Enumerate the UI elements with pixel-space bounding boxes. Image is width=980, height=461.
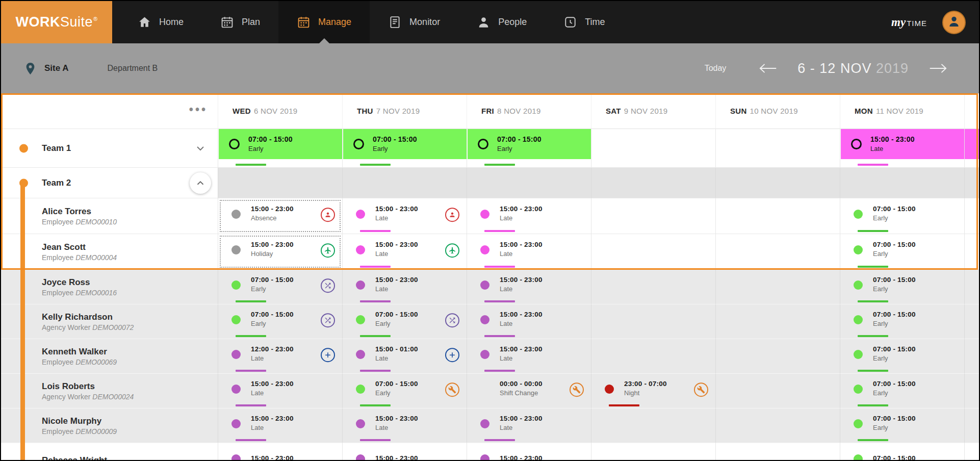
today-button[interactable]: Today <box>705 64 727 73</box>
shift-cell[interactable]: 07:00 - 15:00Early <box>218 270 342 304</box>
shift-cell[interactable]: 23:00 - 07:00Night <box>591 374 715 408</box>
employee-panel[interactable]: Joyce RossEmployee DEMO00016 <box>1 270 218 304</box>
shift-cell[interactable]: 15:00 - 01:00Late <box>342 339 467 374</box>
shift-cell[interactable]: 15:00 - 23:00Late <box>467 198 591 234</box>
shift-cell[interactable]: 12:00 - 23:00Late <box>218 339 342 374</box>
nav-item-plan[interactable]: Plan <box>202 1 278 43</box>
ellipsis-menu-icon[interactable]: ••• <box>189 103 208 117</box>
team-panel[interactable]: Team 1 <box>1 129 218 168</box>
nav-item-people[interactable]: People <box>458 1 545 43</box>
shift-cell[interactable]: 15:00 - 23:00Late <box>467 408 591 443</box>
shift-cell[interactable] <box>840 168 964 198</box>
nav-item-time[interactable]: Time <box>545 1 623 43</box>
shift-block[interactable]: 15:00 - 23:00Late <box>841 129 964 159</box>
shift-cell[interactable]: 15:00 - 23:00Late <box>467 339 591 374</box>
shift-cell[interactable] <box>591 270 715 304</box>
shift-cell[interactable]: 15:00 - 23:00Late <box>342 198 467 234</box>
shift-cell[interactable]: 15:00 - 23:00 <box>218 443 342 460</box>
shift-cell[interactable]: 07:00 - 15:00 <box>840 443 964 460</box>
chevron-up-button[interactable] <box>190 172 211 194</box>
employee-panel[interactable]: Lois RobertsAgency Worker DEMO00024 <box>1 374 218 408</box>
site-selector[interactable]: Site A <box>44 63 69 73</box>
shift-cell[interactable] <box>715 374 840 408</box>
shift-cell[interactable]: 07:00 - 15:00Early <box>467 129 591 168</box>
shift-cell[interactable]: 15:00 - 23:00Late <box>218 408 342 443</box>
shift-cell-cut[interactable] <box>964 408 979 443</box>
shift-cell-cut[interactable] <box>964 168 979 198</box>
shift-cell-cut[interactable] <box>964 339 979 374</box>
shift-cell[interactable]: 07:00 - 15:00Early <box>218 129 342 168</box>
shift-cell-cut[interactable] <box>964 374 979 408</box>
shift-cell[interactable]: 07:00 - 15:00Early <box>840 374 964 408</box>
shift-cell[interactable]: 15:00 - 23:00Late <box>218 374 342 408</box>
shift-cell[interactable]: 15:00 - 23:00Late <box>467 270 591 304</box>
shift-cell[interactable]: 15:00 - 23:00Late <box>342 234 467 270</box>
shift-cell[interactable]: 15:00 - 23:00Late <box>467 234 591 270</box>
shift-cell[interactable]: 15:00 - 23:00Absence <box>218 198 342 234</box>
prev-week-arrow[interactable] <box>758 62 778 75</box>
shift-block[interactable]: 07:00 - 15:00Early <box>219 129 342 159</box>
shift-cell[interactable] <box>218 168 342 198</box>
shift-cell[interactable] <box>715 408 840 443</box>
shift-cell[interactable] <box>467 168 591 198</box>
employee-panel[interactable]: Alice TorresEmployee DEMO00010 <box>1 198 218 234</box>
shift-cell[interactable] <box>715 270 840 304</box>
shift-cell[interactable]: 15:00 - 23:00 <box>467 443 591 460</box>
shift-block[interactable]: 07:00 - 15:00Early <box>468 129 591 159</box>
next-week-arrow[interactable] <box>928 62 948 75</box>
employee-panel[interactable]: Kelly RichardsonAgency Worker DEMO00072 <box>1 304 218 339</box>
shift-cell[interactable] <box>715 234 840 270</box>
shift-cell[interactable]: 07:00 - 15:00Early <box>342 374 467 408</box>
shift-cell[interactable]: 07:00 - 15:00Early <box>342 304 467 339</box>
employee-panel[interactable]: Jean ScottEmployee DEMO00004 <box>1 234 218 270</box>
employee-panel[interactable]: Kenneth WalkerEmployee DEMO00069 <box>1 339 218 374</box>
shift-cell-cut[interactable] <box>964 304 979 339</box>
shift-cell[interactable] <box>591 198 715 234</box>
shift-cell[interactable]: 15:00 - 23:00 <box>342 443 467 460</box>
shift-cell[interactable] <box>591 304 715 339</box>
shift-cell[interactable]: 07:00 - 15:00Early <box>840 198 964 234</box>
shift-cell[interactable] <box>715 339 840 374</box>
shift-cell[interactable]: 00:00 - 00:00Shift Change <box>467 374 591 408</box>
shift-cell-cut[interactable] <box>964 234 979 270</box>
shift-cell[interactable]: 15:00 - 23:00Holiday <box>218 234 342 270</box>
nav-item-home[interactable]: Home <box>119 1 202 43</box>
employee-panel[interactable]: Rebecca Wright <box>1 443 218 460</box>
shift-cell[interactable] <box>715 304 840 339</box>
mytime-link[interactable]: myTIME <box>891 16 927 29</box>
shift-cell[interactable]: 07:00 - 15:00Early <box>840 408 964 443</box>
shift-cell[interactable] <box>715 198 840 234</box>
shift-cell[interactable]: 07:00 - 15:00Early <box>840 270 964 304</box>
shift-cell[interactable]: 07:00 - 15:00Early <box>840 304 964 339</box>
department-selector[interactable]: Department B <box>108 64 158 73</box>
shift-cell[interactable] <box>715 168 840 198</box>
shift-cell[interactable] <box>342 168 467 198</box>
shift-cell[interactable]: 15:00 - 23:00Late <box>840 129 964 168</box>
shift-cell[interactable] <box>591 339 715 374</box>
nav-item-manage[interactable]: Manage <box>278 1 370 43</box>
shift-cell[interactable]: 15:00 - 23:00Late <box>342 408 467 443</box>
shift-cell[interactable] <box>715 129 840 168</box>
nav-item-monitor[interactable]: Monitor <box>370 1 458 43</box>
shift-cell[interactable]: 07:00 - 15:00Early <box>218 304 342 339</box>
shift-cell[interactable] <box>591 234 715 270</box>
shift-cell[interactable] <box>591 129 715 168</box>
shift-cell-cut[interactable] <box>964 198 979 234</box>
shift-block[interactable]: 07:00 - 15:00Early <box>343 129 467 159</box>
shift-cell[interactable]: 15:00 - 23:00Late <box>342 270 467 304</box>
shift-cell-cut[interactable] <box>964 129 979 168</box>
shift-cell-cut[interactable] <box>964 443 979 460</box>
employee-panel[interactable]: Nicole MurphyEmployee DEMO00009 <box>1 408 218 443</box>
shift-cell[interactable] <box>591 443 715 460</box>
shift-cell[interactable]: 15:00 - 23:00Late <box>467 304 591 339</box>
shift-cell[interactable]: 07:00 - 15:00Early <box>840 234 964 270</box>
shift-cell-cut[interactable] <box>964 270 979 304</box>
user-avatar[interactable] <box>942 11 966 34</box>
shift-cell[interactable] <box>591 168 715 198</box>
team-panel[interactable]: Team 2 <box>1 168 218 198</box>
shift-cell[interactable] <box>715 443 840 460</box>
shift-cell[interactable] <box>591 408 715 443</box>
shift-cell[interactable]: 07:00 - 15:00Early <box>342 129 467 168</box>
shift-cell[interactable]: 07:00 - 15:00Early <box>840 339 964 374</box>
chevron-down-icon[interactable] <box>194 142 207 155</box>
